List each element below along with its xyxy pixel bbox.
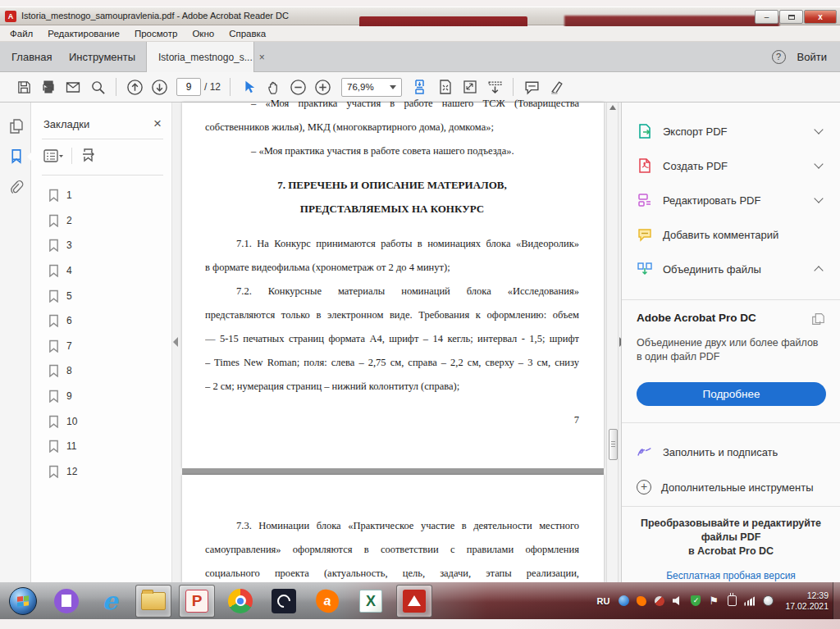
scrollbar-thumb[interactable] <box>609 429 618 460</box>
tab-tools[interactable]: Инструменты <box>69 42 135 72</box>
tool-fill-and-sign[interactable]: Заполнить и подписать <box>622 435 840 469</box>
tool-edit-pdf[interactable]: Редактировать PDF <box>622 183 840 217</box>
help-icon[interactable]: ? <box>772 50 786 64</box>
avast-icon: a <box>314 588 340 614</box>
next-page-button[interactable] <box>147 76 171 98</box>
bookmark-item[interactable]: 10 <box>48 408 167 434</box>
tool-more-tools[interactable]: + Дополнительные инструменты <box>622 470 840 504</box>
start-button[interactable] <box>5 585 41 618</box>
tools-panel: Экспорт PDF Создать PDF Редактировать PD… <box>621 103 840 582</box>
attachments-panel-button[interactable] <box>7 178 25 196</box>
menu-window[interactable]: Окно <box>192 29 214 39</box>
restore-icon <box>788 15 795 20</box>
bookmark-item[interactable]: 1 <box>48 183 167 208</box>
tray-security-shield-icon[interactable]: ✓ <box>690 595 701 607</box>
document-line: – Times New Roman; поля: слева – 2,75 см… <box>205 351 579 375</box>
tray-clock-app-icon[interactable] <box>762 595 774 607</box>
new-bookmark-button[interactable] <box>80 147 98 164</box>
minimize-button[interactable]: – <box>755 10 778 24</box>
bookmark-item[interactable]: 9 <box>48 384 167 409</box>
scroll-up-arrow[interactable] <box>609 105 616 110</box>
divider <box>622 422 840 423</box>
taskbar-app-file-explorer[interactable] <box>135 585 171 618</box>
save-button[interactable] <box>11 76 36 98</box>
close-button[interactable]: x <box>804 10 837 24</box>
restore-button[interactable] <box>779 10 803 24</box>
learn-more-button[interactable]: Подробнее <box>637 382 826 406</box>
tray-power-icon[interactable] <box>726 595 737 607</box>
internet-explorer-icon: e <box>102 589 117 613</box>
taskbar-app-purple[interactable] <box>48 585 84 618</box>
document-line: – 2 см; нумерация страниц – нижний колон… <box>205 375 579 399</box>
taskbar-app-excel[interactable]: X <box>353 585 389 618</box>
bookmark-icon <box>48 314 59 327</box>
tool-export-pdf[interactable]: Экспорт PDF <box>622 114 840 148</box>
tray-windows-update-icon[interactable] <box>618 595 629 607</box>
free-trial-link[interactable]: Бесплатная пробная версия <box>630 570 832 581</box>
taskbar-app-acrobat-reader[interactable] <box>396 585 432 618</box>
taskbar-app-internet-explorer[interactable]: e <box>92 585 128 618</box>
pdf-page-8[interactable]: 7.3. Номинации блока «Практическое участ… <box>182 475 604 582</box>
collapse-sidebar-handle[interactable] <box>173 337 178 347</box>
bookmark-item[interactable]: 11 <box>48 434 167 459</box>
tool-combine-files[interactable]: Объединить файлы <box>622 252 840 286</box>
vertical-scrollbar[interactable] <box>606 103 619 582</box>
tab-document[interactable]: Istoria_mestnogo_s... × <box>146 42 254 72</box>
previous-page-button[interactable] <box>122 76 147 98</box>
bookmark-icon <box>10 148 23 164</box>
tool-create-pdf[interactable]: Создать PDF <box>622 148 840 183</box>
taskbar-app-avast[interactable]: a <box>309 585 345 618</box>
document-canvas[interactable]: – «Моя практика участия в работе нашего … <box>172 103 621 582</box>
bookmark-icon <box>48 340 59 353</box>
bookmarks-panel-button[interactable] <box>7 147 25 165</box>
bookmark-icon <box>48 415 59 428</box>
window-titlebar[interactable]: A Istoria_mestnogo_samoupravlenia.pdf - … <box>0 7 840 25</box>
pages-icon <box>8 118 25 134</box>
page-thumbnails-button[interactable] <box>7 117 25 135</box>
chevron-down-icon[interactable] <box>814 125 823 134</box>
bookmark-item[interactable]: 6 <box>48 308 167 334</box>
bookmark-item[interactable]: 8 <box>48 358 167 384</box>
search-button[interactable] <box>85 76 110 98</box>
bookmark-item[interactable]: 4 <box>48 258 167 284</box>
menu-help[interactable]: Справка <box>229 29 266 39</box>
chevron-down-icon[interactable] <box>814 159 823 168</box>
email-button[interactable] <box>61 76 85 98</box>
tray-volume-icon[interactable] <box>672 595 683 607</box>
bookmark-item[interactable]: 12 <box>48 459 167 485</box>
taskbar-app-powerpoint[interactable]: P <box>179 585 215 618</box>
menu-edit[interactable]: Редактирование <box>48 29 120 39</box>
tool-add-comment[interactable]: Добавить комментарий <box>622 217 840 252</box>
chrome-icon <box>228 589 253 613</box>
promo-app-name: Adobe Acrobat Pro DC <box>637 312 756 324</box>
sign-in-button[interactable]: Войти <box>797 51 827 63</box>
page-number-footer: 7 <box>205 408 579 432</box>
document-line: в формате видеофильма (хронометраж от 2 … <box>205 256 579 280</box>
chevron-down-icon[interactable] <box>814 194 823 203</box>
document-heading: ПРЕДСТАВЛЯЕМЫХ НА КОНКУРС <box>205 197 579 221</box>
bookmark-options-button[interactable] <box>43 148 63 164</box>
print-button[interactable] <box>36 76 61 98</box>
tray-action-center-flag-icon[interactable]: ⚑ <box>708 595 719 607</box>
menu-view[interactable]: Просмотр <box>135 29 178 39</box>
tray-avast-icon[interactable] <box>636 595 647 607</box>
close-panel-icon[interactable]: × <box>153 116 162 132</box>
tray-network-signal-icon[interactable] <box>744 595 756 607</box>
show-desktop-button[interactable] <box>833 582 840 619</box>
menu-file[interactable]: Файл <box>10 29 33 39</box>
page-total-label: / 12 <box>204 81 221 93</box>
tab-close-icon[interactable]: × <box>259 52 265 63</box>
bookmark-item[interactable]: 7 <box>48 334 167 359</box>
pdf-page-7[interactable]: – «Моя практика участия в работе нашего … <box>182 103 604 468</box>
chevron-up-icon[interactable] <box>814 266 823 275</box>
bookmark-item[interactable]: 5 <box>48 283 167 308</box>
bookmark-item[interactable]: 2 <box>48 208 167 234</box>
taskbar-app-chrome[interactable] <box>222 585 258 618</box>
tray-app-icon[interactable] <box>654 595 665 607</box>
taskbar-app-gauge[interactable] <box>266 585 302 618</box>
taskbar-clock[interactable]: 12:39 17.02.2021 <box>785 590 829 612</box>
search-icon <box>90 80 106 95</box>
bookmark-item[interactable]: 3 <box>48 233 167 258</box>
language-indicator[interactable]: RU <box>597 596 610 606</box>
tab-home[interactable]: Главная <box>11 42 52 72</box>
